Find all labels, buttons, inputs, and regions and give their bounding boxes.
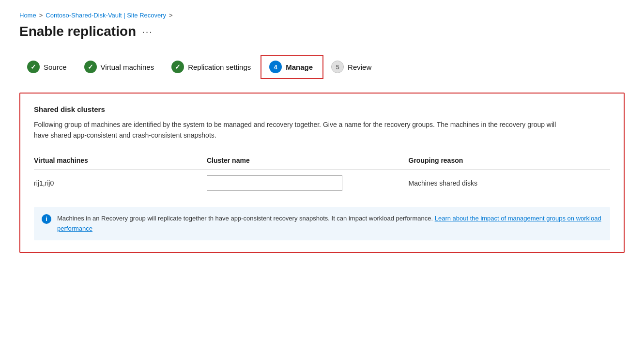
step-replication-settings[interactable]: Replication settings	[164, 56, 261, 78]
info-text: Machines in an Recovery group will repli…	[57, 214, 602, 234]
page-container: Home > Contoso-Shared-Disk-Vault | Site …	[0, 0, 644, 265]
page-title: Enable replication	[19, 24, 136, 39]
step-manage-label: Manage	[286, 63, 313, 71]
step-replication-circle	[171, 61, 184, 73]
col-header-cluster-name: Cluster name	[207, 153, 409, 170]
content-box: Shared disk clusters Following group of …	[19, 93, 625, 253]
step-virtual-machines[interactable]: Virtual machines	[77, 56, 164, 78]
step-vms-label: Virtual machines	[101, 63, 154, 71]
table-header-row: Virtual machines Cluster name Grouping r…	[34, 153, 610, 170]
step-vms-circle	[84, 61, 97, 73]
section-description: Following group of machines are identifi…	[34, 119, 567, 141]
steps-navigation: Source Virtual machines Replication sett…	[19, 55, 625, 79]
cell-cluster-name	[207, 169, 409, 197]
step-review-label: Review	[348, 63, 371, 71]
step-review-circle: 5	[331, 61, 344, 73]
step-source[interactable]: Source	[19, 56, 77, 78]
col-header-vm: Virtual machines	[34, 153, 207, 170]
breadcrumb: Home > Contoso-Shared-Disk-Vault | Site …	[19, 12, 625, 19]
info-icon: i	[42, 214, 51, 224]
cluster-name-input[interactable]	[207, 175, 342, 191]
page-title-row: Enable replication ···	[19, 24, 625, 39]
breadcrumb-sep1: >	[39, 12, 43, 19]
info-main-text: Machines in an Recovery group will repli…	[57, 215, 433, 222]
cluster-table: Virtual machines Cluster name Grouping r…	[34, 153, 610, 197]
col-header-grouping-reason: Grouping reason	[409, 153, 611, 170]
breadcrumb-sep2: >	[169, 12, 173, 19]
cell-virtual-machines: rij1,rij0	[34, 169, 207, 197]
table-row: rij1,rij0 Machines shared disks	[34, 169, 610, 197]
breadcrumb-home[interactable]: Home	[19, 12, 36, 19]
step-review[interactable]: 5 Review	[323, 56, 381, 78]
info-banner: i Machines in an Recovery group will rep…	[34, 207, 610, 241]
step-source-label: Source	[44, 63, 67, 71]
step-manage[interactable]: 4 Manage	[261, 55, 323, 79]
breadcrumb-vault[interactable]: Contoso-Shared-Disk-Vault | Site Recover…	[46, 12, 166, 19]
step-source-circle	[27, 61, 40, 73]
step-manage-circle: 4	[269, 61, 282, 73]
section-title: Shared disk clusters	[34, 105, 610, 113]
step-replication-label: Replication settings	[188, 63, 251, 71]
cell-grouping-reason: Machines shared disks	[409, 169, 611, 197]
more-options-button[interactable]: ···	[142, 26, 153, 37]
